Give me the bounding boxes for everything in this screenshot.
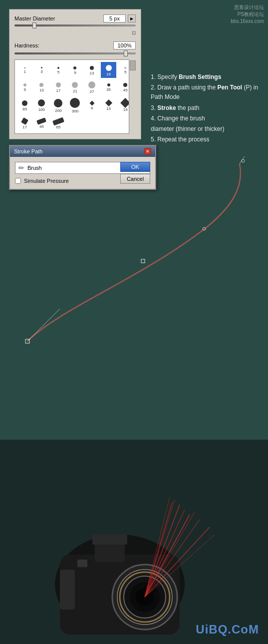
brush-preset-17[interactable]: 17 <box>50 79 66 95</box>
brush-preset-65[interactable]: 65 <box>17 96 33 114</box>
step2: 2. Draw a path using the Pen Tool (P) in… <box>151 83 263 102</box>
diameter-arrow-btn[interactable]: ▶ <box>128 14 136 22</box>
brush-preset-65c[interactable]: 65 <box>50 115 66 131</box>
brush-preset-3[interactable]: 3 <box>34 62 50 78</box>
svg-rect-2 <box>25 339 29 343</box>
step4: 4. Change the brush <box>151 114 263 123</box>
stroke-dialog-body: ✏ Brush ▼ Simulate Pressure OK Cancel <box>10 157 155 189</box>
brush-preset-9[interactable]: 9 <box>67 62 83 78</box>
watermark-bottom: UiBQ.CoM <box>196 623 259 637</box>
instructions-panel: 1. Specify Brush Settings 2. Draw a path… <box>151 72 263 145</box>
brush-preset-35[interactable]: 35 <box>101 79 117 95</box>
brush-preset-19[interactable]: 19 <box>101 62 117 78</box>
step4b: diameter (thinner or thicker) <box>151 124 263 134</box>
simulate-pressure-checkbox[interactable] <box>15 178 21 184</box>
svg-point-5 <box>242 159 245 162</box>
brush-preset-27[interactable]: 27 <box>84 79 100 95</box>
brush-panel: Master Diameter 5 px ▶ ⊡ Hardness: 100% … <box>9 9 141 139</box>
ok-button[interactable]: OK <box>120 162 150 172</box>
brush-preset-45c[interactable]: 45 <box>34 115 50 131</box>
preset-scrollbar[interactable] <box>129 59 136 134</box>
bottom-section: UiBQ.CoM <box>0 440 268 644</box>
stroke-dialog-titlebar: Stroke Path ✕ <box>10 146 155 157</box>
brush-preset-300[interactable]: 300 <box>67 96 83 114</box>
svg-rect-9 <box>92 535 127 545</box>
step1: 1. Specify Brush Settings <box>151 72 263 82</box>
step3: 3. Stroke the path <box>151 103 263 113</box>
cancel-button[interactable]: Cancel <box>120 174 150 184</box>
stroke-dialog-title: Stroke Path <box>14 148 42 154</box>
svg-rect-16 <box>60 570 75 610</box>
brush-tool-icon: ✏ <box>18 164 24 172</box>
dialog-buttons: OK Cancel <box>120 162 150 184</box>
hardness-label: Hardness: <box>14 42 39 48</box>
svg-rect-17 <box>77 560 87 567</box>
simulate-pressure-label: Simulate Pressure <box>24 178 69 184</box>
brush-preset-200[interactable]: 200 <box>50 96 66 114</box>
brush-preset-9c[interactable]: 9 <box>84 96 100 114</box>
camera-with-strands <box>0 440 268 644</box>
stroke-dialog-close[interactable]: ✕ <box>144 148 151 155</box>
brush-preset-1[interactable]: 1 <box>17 62 33 78</box>
watermark-top: 思客设计论坛 PS教程论坛 bbs.16xxs.com <box>231 4 264 25</box>
diameter-slider[interactable]: ⊡ <box>14 24 136 36</box>
svg-line-0 <box>27 309 60 341</box>
diameter-value[interactable]: 5 px <box>103 14 126 22</box>
master-diameter-label: Master Diameter <box>14 15 55 21</box>
brush-preset-5[interactable]: 5 <box>50 62 66 78</box>
hardness-value[interactable]: 100% <box>113 41 136 49</box>
brush-preset-100[interactable]: 100 <box>34 96 50 114</box>
step5: 5. Repeat the process <box>151 135 263 144</box>
svg-line-1 <box>240 156 245 164</box>
stroke-path-dialog: Stroke Path ✕ ✏ Brush ▼ Simulate Pressur… <box>9 145 156 190</box>
brush-preset-9b[interactable]: 9 <box>17 79 33 95</box>
brush-preset-13[interactable]: 13 <box>84 62 100 78</box>
stroke-tool-label: Brush <box>27 165 42 171</box>
brush-preset-13c[interactable]: 13 <box>101 96 117 114</box>
brush-preset-13b[interactable]: 13 <box>34 79 50 95</box>
brush-preset-21[interactable]: 21 <box>67 79 83 95</box>
brush-preset-grid: 1 3 5 9 13 19 <box>14 59 136 134</box>
brush-preset-17c[interactable]: 17 <box>17 115 33 131</box>
hardness-slider[interactable] <box>14 52 136 54</box>
svg-rect-3 <box>141 259 145 263</box>
svg-point-4 <box>203 227 206 230</box>
